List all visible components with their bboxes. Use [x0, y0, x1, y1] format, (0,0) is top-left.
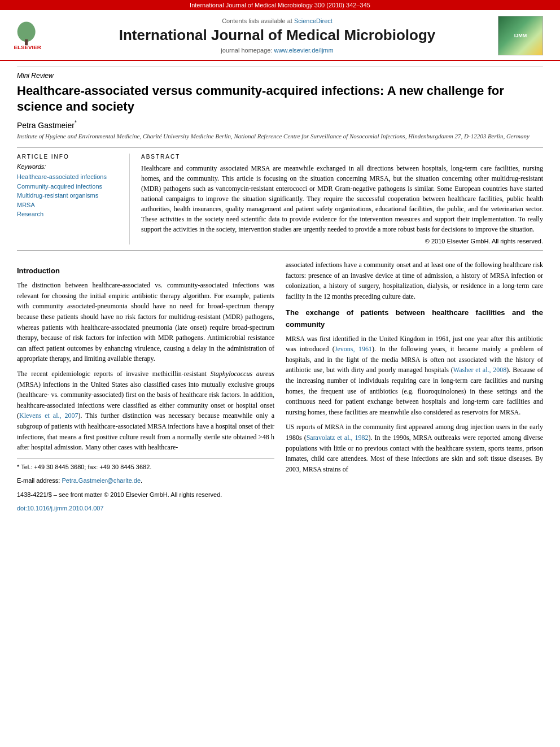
- svg-text:ELSEVIER: ELSEVIER: [14, 44, 41, 50]
- journal-title: International Journal of Medical Microbi…: [68, 27, 487, 44]
- footnotes: * Tel.: +49 30 8445 3680; fax: +49 30 84…: [17, 458, 274, 513]
- elsevier-logo: ELSEVIER: [11, 19, 56, 52]
- journal-citation: International Journal of Medical Microbi…: [190, 2, 370, 8]
- contents-available: Contents lists available at ScienceDirec…: [68, 18, 487, 24]
- abstract: ABSTRACT Healthcare and community associ…: [141, 154, 543, 244]
- email-link[interactable]: Petra.Gastmeier@charite.de: [62, 477, 141, 484]
- keywords-label: Keywords:: [17, 163, 124, 170]
- ijmm-logo: IJMM: [498, 16, 543, 55]
- elsevier-logo-area: ELSEVIER: [11, 19, 56, 52]
- exchange-para-2: US reports of MRSA in the community firs…: [286, 422, 543, 474]
- keyword-2: Community-acquired infections: [17, 182, 124, 191]
- abstract-text: Healthcare and community associated MRSA…: [141, 163, 543, 234]
- exchange-para-1: MRSA was first identified in the United …: [286, 334, 543, 418]
- svg-point-1: [18, 22, 36, 42]
- keyword-1: Healthcare-associated infections: [17, 172, 124, 182]
- copyright: © 2010 Elsevier GmbH. All rights reserve…: [141, 238, 543, 244]
- author-footnote-marker: *: [75, 120, 77, 126]
- right-intro-continuation: associated infections have a community o…: [286, 260, 543, 302]
- footnote-doi: doi:10.1016/j.ijmm.2010.04.007: [17, 504, 274, 513]
- introduction-heading: Introduction: [17, 265, 274, 277]
- keyword-4: MRSA: [17, 200, 124, 210]
- article-content: Mini Review Healthcare-associated versus…: [0, 61, 560, 529]
- abstract-heading: ABSTRACT: [141, 154, 543, 160]
- ijmm-logo-area: IJMM: [498, 16, 549, 55]
- body-right-col: associated infections have a community o…: [286, 260, 543, 518]
- intro-para-1: The distinction between healthcare-assoc…: [17, 280, 274, 364]
- sciencedirect-link[interactable]: ScienceDirect: [294, 18, 333, 24]
- doi-link[interactable]: doi:10.1016/j.ijmm.2010.04.007: [17, 505, 104, 512]
- keywords-list: Healthcare-associated infections Communi…: [17, 172, 124, 219]
- journal-title-area: Contents lists available at ScienceDirec…: [56, 18, 498, 53]
- article-type: Mini Review: [17, 67, 543, 80]
- keyword-3: Multidrug-resistant organisms: [17, 191, 124, 200]
- jevons-ref[interactable]: Jevons, 1961: [335, 345, 372, 353]
- article-info-abstract: ARTICLE INFO Keywords: Healthcare-associ…: [17, 147, 543, 251]
- exchange-heading: The exchange of patients between healthc…: [286, 307, 543, 330]
- author: Petra Gastmeier*: [17, 120, 543, 130]
- footnote-email: E-mail address: Petra.Gastmeier@charite.…: [17, 476, 274, 486]
- homepage-url[interactable]: www.elsevier.de/ijmm: [274, 47, 334, 54]
- footnote-issn: 1438-4221/$ – see front matter © 2010 El…: [17, 490, 274, 500]
- klevens-ref[interactable]: Klevens et al., 2007: [19, 412, 78, 420]
- footnote-tel: * Tel.: +49 30 8445 3680; fax: +49 30 84…: [17, 462, 274, 472]
- washer-ref[interactable]: Washer et al., 2008: [453, 366, 507, 374]
- intro-para-2: The recent epidemiologic reports of inva…: [17, 369, 274, 453]
- body-left-col: Introduction The distinction between hea…: [17, 260, 274, 518]
- article-title: Healthcare-associated versus community-a…: [17, 83, 543, 114]
- affiliation: Institute of Hygiene and Environmental M…: [17, 132, 543, 141]
- top-bar: International Journal of Medical Microbi…: [0, 0, 560, 10]
- saravolatz-ref[interactable]: Saravolatz et al., 1982: [307, 434, 369, 442]
- journal-homepage: journal homepage: www.elsevier.de/ijmm: [68, 47, 487, 54]
- journal-header: ELSEVIER Contents lists available at Sci…: [0, 10, 560, 61]
- body-text: Introduction The distinction between hea…: [17, 260, 543, 518]
- article-info-heading: ARTICLE INFO: [17, 154, 124, 160]
- keyword-5: Research: [17, 209, 124, 219]
- article-info: ARTICLE INFO Keywords: Healthcare-associ…: [17, 154, 130, 244]
